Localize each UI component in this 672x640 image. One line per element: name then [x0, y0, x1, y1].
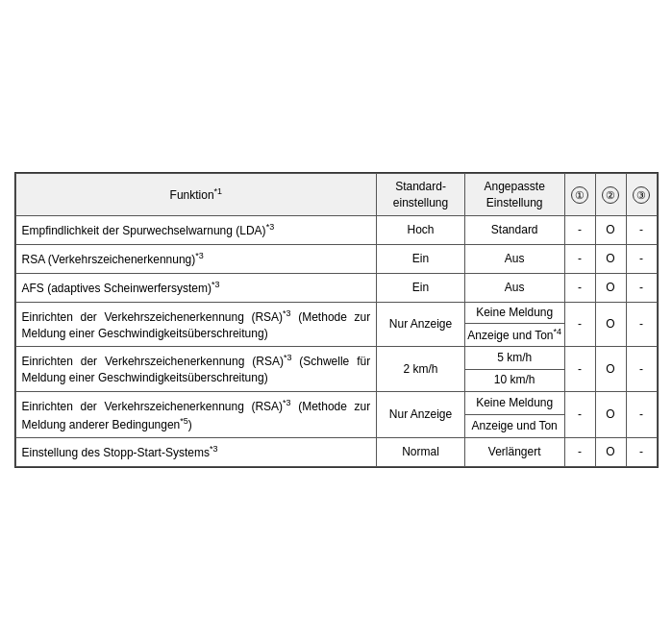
cell-lda-funktion: Empfindlichkeit der Spurwechselwarnung (…: [15, 216, 377, 245]
cell-rsa-bed-funktion: Einrichten der Verkehrszeichenerkennung …: [15, 391, 377, 438]
settings-table: Funktion*1 Standard­einstellung Angepass…: [15, 173, 658, 468]
cell-rsa-bed-c2: O: [595, 391, 626, 438]
table-row: Empfindlichkeit der Spurwechselwarnung (…: [15, 216, 657, 245]
cell-stopp-funktion: Einstellung des Stopp-Start-Systems*3: [15, 438, 377, 467]
cell-rsa-bed-angepasst-2: Anzeige und Ton: [464, 415, 564, 438]
cell-rsa-schwelle-c1: -: [564, 347, 595, 392]
cell-rsa-schwelle-angepasst-1: 5 km/h: [464, 347, 564, 369]
header-angepasst-label: Angepasste Einstellung: [485, 180, 545, 209]
cell-rsa-schwelle-standard: 2 km/h: [377, 347, 465, 392]
cell-afs-angepasst: Aus: [464, 273, 564, 302]
cell-rsa-methode-c3: -: [626, 302, 657, 347]
cell-rsa-methode-c1: -: [564, 302, 595, 347]
cell-stopp-c2: O: [595, 438, 626, 467]
cell-rsa-methode-angepasst-2: Anzeige und Ton*4: [464, 323, 564, 347]
table-header-row: Funktion*1 Standard­einstellung Angepass…: [15, 173, 657, 216]
cell-rsa-angepasst: Aus: [464, 245, 564, 274]
cell-afs-c3: -: [626, 273, 657, 302]
cell-afs-funktion: AFS (adaptives Scheinwerfersystem)*3: [15, 273, 377, 302]
table-row: Einstellung des Stopp-Start-Systems*3 No…: [15, 438, 657, 467]
cell-rsa-bed-c1: -: [564, 391, 595, 438]
table-row: Einrichten der Verkehrszeichenerkennung …: [15, 347, 657, 369]
cell-rsa-methode-standard: Nur Anzeige: [377, 302, 465, 347]
cell-stopp-c1: -: [564, 438, 595, 467]
table-row: Einrichten der Verkehrszeichenerkennung …: [15, 391, 657, 414]
table-row: AFS (adaptives Scheinwerfersystem)*3 Ein…: [15, 273, 657, 302]
cell-rsa-bed-angepasst-1: Keine Meldung: [464, 391, 564, 414]
cell-afs-c1: -: [564, 273, 595, 302]
header-angepasst: Angepasste Einstellung: [464, 173, 564, 216]
cell-stopp-c3: -: [626, 438, 657, 467]
cell-rsa-funktion: RSA (Verkehrszeichenerkennung)*3: [15, 245, 377, 274]
table-row: Einrichten der Verkehrszeichenerkennung …: [15, 302, 657, 323]
cell-rsa-c3: -: [626, 245, 657, 274]
cell-rsa-bed-standard: Nur Anzeige: [377, 391, 465, 438]
cell-lda-standard: Hoch: [377, 216, 465, 245]
cell-rsa-methode-c2: O: [595, 302, 626, 347]
cell-rsa-methode-angepasst-1: Keine Meldung: [464, 302, 564, 323]
cell-rsa-methode-funktion: Einrichten der Verkehrszeichenerkennung …: [15, 302, 377, 347]
cell-stopp-angepasst: Verlängert: [464, 438, 564, 467]
cell-rsa-c1: -: [564, 245, 595, 274]
cell-afs-c2: O: [595, 273, 626, 302]
cell-rsa-standard: Ein: [377, 245, 465, 274]
cell-rsa-schwelle-c2: O: [595, 347, 626, 392]
header-funktion: Funktion*1: [15, 173, 377, 216]
cell-lda-angepasst: Standard: [464, 216, 564, 245]
cell-rsa-schwelle-angepasst-2: 10 km/h: [464, 369, 564, 391]
table-body: Empfindlichkeit der Spurwechselwarnung (…: [15, 216, 657, 467]
header-col2: ②: [595, 173, 626, 216]
cell-afs-standard: Ein: [377, 273, 465, 302]
header-standard: Standard­einstellung: [377, 173, 465, 216]
header-standard-label: Standard­einstellung: [393, 180, 448, 209]
table-row: RSA (Verkehrszeichenerkennung)*3 Ein Aus…: [15, 245, 657, 274]
cell-stopp-standard: Normal: [377, 438, 465, 467]
main-table-wrapper: Funktion*1 Standard­einstellung Angepass…: [14, 172, 659, 469]
cell-lda-c2: O: [595, 216, 626, 245]
header-col3: ③: [626, 173, 657, 216]
cell-rsa-bed-c3: -: [626, 391, 657, 438]
header-col1: ①: [564, 173, 595, 216]
cell-rsa-schwelle-c3: -: [626, 347, 657, 392]
cell-rsa-c2: O: [595, 245, 626, 274]
cell-rsa-schwelle-funktion: Einrichten der Verkehrszeichenerkennung …: [15, 347, 377, 392]
cell-lda-c3: -: [626, 216, 657, 245]
cell-lda-c1: -: [564, 216, 595, 245]
